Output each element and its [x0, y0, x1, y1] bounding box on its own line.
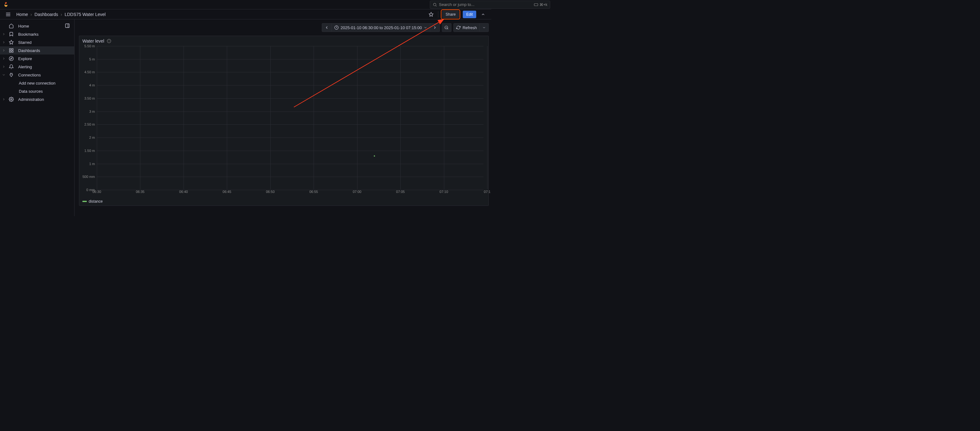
sidebar-item-label: Dashboards: [18, 48, 40, 53]
refresh-interval-button[interactable]: [480, 23, 489, 32]
grid-line-h: [97, 85, 484, 86]
y-tick: 5 m: [89, 57, 95, 61]
svg-line-25: [447, 29, 448, 29]
svg-rect-15: [10, 49, 11, 50]
time-range-button[interactable]: 2025-01-10 06:30:00 to 2025-01-10 07:15:…: [332, 23, 431, 32]
star-icon: [9, 40, 14, 45]
y-tick: 5.50 m: [84, 44, 95, 48]
grid-line-v: [313, 46, 314, 189]
zoom-out-button[interactable]: [442, 23, 452, 32]
svg-point-0: [433, 3, 436, 6]
chevron-left-icon: [325, 25, 329, 30]
y-tick: 4.50 m: [84, 70, 95, 74]
sidebar-item-home[interactable]: Home: [0, 22, 74, 30]
data-point: [374, 155, 375, 157]
x-tick: 06:45: [223, 190, 232, 194]
y-tick: 3 m: [89, 110, 95, 113]
time-prev-button[interactable]: [322, 23, 332, 32]
breadcrumb-current: LDDS75 Water Level: [65, 12, 106, 17]
search-placeholder: Search or jump to...: [439, 2, 474, 7]
x-tick: 07:1: [484, 190, 490, 194]
time-next-button[interactable]: [430, 23, 440, 32]
search-icon: [433, 3, 437, 7]
sidebar-item-administration[interactable]: Administration: [0, 95, 74, 103]
sidebar-item-label: Alerting: [18, 65, 32, 69]
chevron-right-icon: [433, 25, 437, 30]
search-input[interactable]: Search or jump to... ⌘+k: [430, 1, 491, 9]
chevron-right-icon: [2, 40, 6, 44]
zoom-out-icon: [444, 25, 449, 30]
grid-line-h: [97, 111, 484, 112]
sidebar-item-starred[interactable]: Starred: [0, 38, 74, 46]
sidebar-item-explore[interactable]: Explore: [0, 54, 74, 63]
x-tick: 06:30: [92, 190, 101, 194]
bell-icon: [9, 64, 14, 69]
svg-rect-18: [11, 51, 13, 52]
grid-line-v: [357, 46, 358, 189]
chevron-right-icon: [2, 49, 6, 52]
refresh-button[interactable]: Refresh: [453, 23, 480, 32]
y-tick: 1.50 m: [84, 149, 95, 153]
y-axis: 5.50 m5 m4.50 m4 m3.50 m3 m2.50 m2 m1.50…: [82, 46, 96, 189]
panel-water-level: Water level 5.50 m5 m4.50 m4 m3.50 m3 m2…: [79, 36, 489, 206]
x-tick: 06:55: [309, 190, 318, 194]
time-range-label: 2025-01-10 06:30:00 to 2025-01-10 07:15:…: [340, 25, 422, 30]
sidebar: Home Bookmarks Starred Dashboards Explor…: [0, 19, 75, 216]
y-tick: 3.50 m: [84, 97, 95, 100]
legend-swatch: [83, 201, 87, 202]
chevron-right-icon: [2, 65, 6, 68]
grid-line-h: [97, 177, 484, 177]
chevron-right-icon: [2, 97, 6, 101]
star-button[interactable]: [427, 10, 436, 19]
grid-line-h: [97, 72, 484, 72]
chevron-right-icon: [2, 57, 6, 60]
grid-line-v: [270, 46, 271, 189]
legend[interactable]: distance: [83, 199, 103, 204]
sidebar-item-dashboards[interactable]: Dashboards: [0, 46, 74, 54]
breadcrumb-dashboards[interactable]: Dashboards: [35, 12, 58, 17]
sidebar-item-label: Bookmarks: [18, 32, 38, 37]
grid-line-h: [97, 124, 484, 125]
refresh-icon: [456, 25, 461, 30]
share-highlight: Share: [441, 10, 460, 19]
sidebar-item-connections[interactable]: Connections: [0, 71, 74, 79]
edit-button[interactable]: Edit: [463, 11, 476, 18]
sidebar-item-label: Home: [18, 24, 29, 29]
x-tick: 07:10: [439, 190, 448, 194]
sidebar-item-label: Connections: [18, 73, 41, 77]
divider: [438, 11, 438, 17]
grafana-logo-icon[interactable]: [3, 1, 10, 8]
chevron-down-icon: [2, 73, 6, 77]
grid-line-v: [97, 46, 97, 189]
svg-rect-17: [10, 51, 11, 52]
sidebar-subitem-add-connection[interactable]: Add new connection: [0, 79, 74, 87]
sidebar-item-alerting[interactable]: Alerting: [0, 63, 74, 71]
chevron-right-icon: [2, 32, 6, 36]
bookmark-icon: [9, 32, 14, 37]
svg-rect-16: [11, 49, 13, 50]
info-icon[interactable]: [107, 39, 111, 43]
breadcrumb-home[interactable]: Home: [16, 12, 28, 17]
breadcrumb: Home › Dashboards › LDDS75 Water Level: [16, 12, 106, 17]
chart-area[interactable]: 5.50 m5 m4.50 m4 m3.50 m3 m2.50 m2 m1.50…: [82, 46, 486, 196]
star-icon: [429, 12, 434, 17]
sidebar-subitem-data-sources[interactable]: Data sources: [0, 87, 74, 95]
refresh-label: Refresh: [463, 25, 477, 30]
share-button[interactable]: Share: [442, 11, 459, 18]
plug-icon: [9, 72, 14, 77]
sidebar-item-bookmarks[interactable]: Bookmarks: [0, 30, 74, 38]
chevron-right-icon: ›: [30, 12, 32, 17]
y-tick: 2.50 m: [84, 122, 95, 126]
grid-line-h: [97, 151, 484, 151]
grid-line-v: [227, 46, 227, 189]
panel-title: Water level: [83, 38, 104, 43]
compass-icon: [9, 56, 14, 61]
grid-line-v: [444, 46, 444, 189]
svg-marker-11: [429, 12, 433, 16]
collapse-button[interactable]: [479, 10, 487, 19]
svg-point-19: [9, 56, 13, 60]
home-icon: [9, 24, 14, 29]
x-tick: 06:35: [136, 190, 145, 194]
clock-icon: [334, 25, 339, 30]
menu-toggle-button[interactable]: [4, 10, 13, 19]
